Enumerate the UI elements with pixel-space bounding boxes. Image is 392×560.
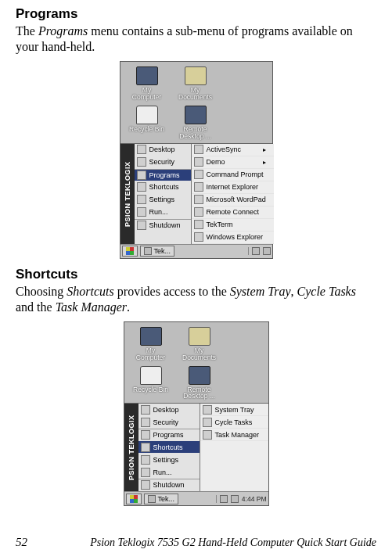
menu-item-settings[interactable]: Settings	[138, 454, 200, 466]
heading-shortcuts: Shortcuts	[16, 267, 376, 282]
submenu-item-system-tray[interactable]: System Tray	[200, 404, 268, 416]
desktop-icon-my-computer[interactable]: My Computer	[128, 66, 166, 101]
tray-icon	[231, 495, 239, 503]
system-tray[interactable]: 4:44 PM	[216, 495, 267, 503]
label: Desktop	[149, 145, 175, 153]
monitor-icon	[189, 366, 210, 385]
icon-label: My Computer	[128, 87, 166, 101]
heading-programs: Programs	[16, 6, 376, 22]
desktop-icon-recycle-bin[interactable]: Recycle Bin	[132, 366, 170, 400]
icon-label: Recycle Bin	[128, 126, 166, 133]
start-menu: PSION TEKLOGIX Desktop Security Programs…	[120, 143, 272, 244]
programs-icon	[137, 171, 146, 180]
label: Desktop	[153, 406, 179, 414]
icon-label: Remote Desktop ...	[177, 126, 214, 140]
menu-item-programs[interactable]: Programs	[135, 169, 191, 181]
programs-icon	[141, 430, 150, 440]
lock-icon	[141, 418, 150, 427]
menu-item-settings[interactable]: Settings	[135, 194, 191, 206]
text-italic: Cycle Tasks	[297, 285, 356, 298]
desktop-icon-my-computer[interactable]: My Computer	[132, 327, 170, 361]
folder-icon	[189, 327, 210, 346]
start-menu-main: Desktop Security Programs Shortcuts Sett…	[138, 404, 200, 491]
monitor-icon	[136, 66, 158, 85]
text-italic: Shortcuts	[67, 285, 113, 298]
menu-item-desktop[interactable]: Desktop	[138, 404, 200, 416]
app-icon	[203, 418, 212, 427]
gear-icon	[137, 195, 146, 204]
menu-item-shortcuts[interactable]: Shortcuts	[138, 441, 200, 454]
gear-icon	[141, 455, 150, 465]
menu-item-shutdown[interactable]: Shutdown	[135, 219, 191, 232]
label: Programs	[149, 171, 180, 179]
icon-label: My Documents	[177, 87, 214, 101]
submenu-item[interactable]: Windows Explorer	[192, 232, 274, 244]
label: Shutdown	[149, 221, 181, 229]
submenu-item[interactable]: Internet Explorer	[192, 181, 274, 194]
tray-icon	[220, 495, 228, 503]
menu-item-security[interactable]: Security	[135, 156, 191, 169]
monitor-icon	[140, 327, 162, 346]
app-icon	[194, 207, 203, 217]
submenu-item[interactable]: TekTerm	[192, 219, 274, 232]
taskbar: Tek...	[120, 244, 272, 258]
folder-icon	[185, 66, 207, 85]
start-button[interactable]	[126, 494, 142, 504]
desktop-area: My Computer My Documents Recycle Bin Rem…	[124, 322, 268, 404]
screenshot-shortcuts-menu: My Computer My Documents Recycle Bin Rem…	[124, 321, 269, 507]
menu-item-programs[interactable]: Programs	[138, 429, 200, 441]
app-icon	[194, 170, 203, 179]
desktop-icon-row: My Computer My Documents	[124, 65, 269, 104]
start-button[interactable]	[122, 246, 138, 257]
menu-item-security[interactable]: Security	[138, 416, 200, 429]
submenu-item[interactable]: Remote Connect	[192, 206, 274, 219]
submenu-item[interactable]: ActiveSync▸	[192, 144, 274, 156]
desktop-icon-my-documents[interactable]: My Documents	[177, 66, 214, 101]
submenu-item[interactable]: Command Prompt	[192, 169, 274, 181]
page-number: 52	[16, 536, 27, 549]
desktop-icon-row: Recycle Bin Remote Desktop ...	[124, 104, 269, 143]
label: Shortcuts	[149, 183, 179, 191]
taskbar-task[interactable]: Tek...	[140, 246, 175, 257]
menu-item-run[interactable]: Run...	[135, 206, 191, 219]
monitor-icon	[185, 106, 207, 124]
taskbar-task[interactable]: Tek...	[144, 494, 179, 504]
submenu-item[interactable]: Microsoft WordPad	[192, 194, 274, 206]
text: .	[127, 300, 130, 314]
app-icon	[194, 182, 203, 192]
page-footer: 52 Psion Teklogix 7535 G2 Hand-Held Comp…	[16, 536, 376, 549]
desktop-icon-remote-desktop[interactable]: Remote Desktop ...	[181, 366, 218, 400]
tray-icon	[252, 247, 260, 255]
desktop-icon-recycle-bin[interactable]: Recycle Bin	[128, 106, 166, 140]
text: and the	[16, 300, 56, 314]
desktop-area: My Computer My Documents Recycle Bin Rem…	[120, 62, 272, 143]
chevron-right-icon: ▸	[263, 159, 266, 166]
windows-logo-icon	[130, 495, 138, 503]
clock: 4:44 PM	[242, 495, 267, 503]
label: Run...	[149, 208, 168, 216]
submenu-item[interactable]: Demo▸	[192, 156, 274, 169]
menu-item-run[interactable]: Run...	[138, 466, 200, 479]
app-icon	[194, 145, 203, 154]
submenu-item-task-manager[interactable]: Task Manager	[200, 429, 268, 441]
app-icon	[194, 220, 203, 229]
icon-label: My Computer	[132, 347, 170, 361]
menu-item-desktop[interactable]: Desktop	[135, 144, 191, 156]
desktop-icon	[141, 405, 150, 415]
screenshot-programs-menu: My Computer My Documents Recycle Bin Rem…	[120, 61, 273, 259]
desktop-icon-my-documents[interactable]: My Documents	[181, 327, 218, 361]
start-menu-submenu: System Tray Cycle Tasks Task Manager	[200, 404, 268, 491]
desktop-icon-remote-desktop[interactable]: Remote Desktop ...	[177, 106, 214, 140]
brand-strip: PSION TEKLOGIX	[120, 144, 135, 244]
app-icon	[144, 247, 152, 255]
menu-item-shortcuts[interactable]: Shortcuts	[135, 181, 191, 194]
app-icon	[148, 495, 156, 503]
desktop-icon-row: Recycle Bin Remote Desktop ...	[128, 364, 265, 404]
menu-item-shutdown[interactable]: Shutdown	[138, 479, 200, 491]
submenu-item-cycle-tasks[interactable]: Cycle Tasks	[200, 416, 268, 429]
label: Microsoft WordPad	[207, 196, 266, 203]
chevron-right-icon: ▸	[263, 146, 266, 153]
label: ActiveSync	[207, 145, 242, 153]
text: provides access to the	[114, 285, 230, 298]
system-tray[interactable]	[248, 247, 271, 255]
